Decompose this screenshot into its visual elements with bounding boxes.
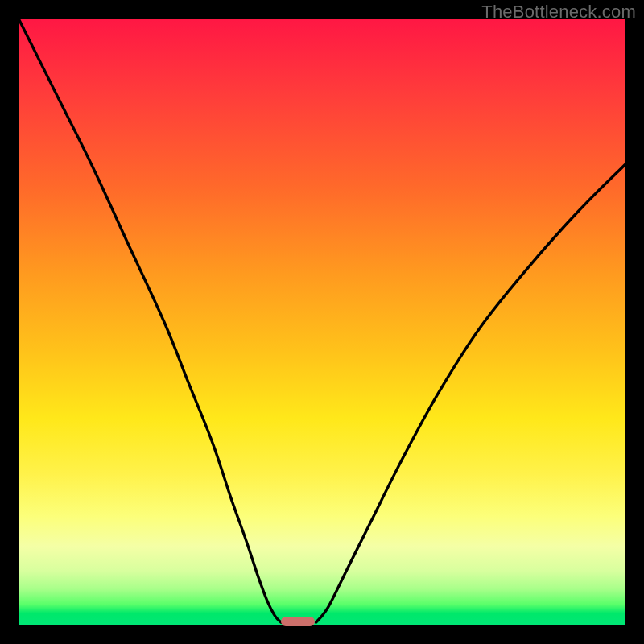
bottleneck-marker (281, 617, 315, 626)
plot-area (19, 19, 625, 625)
curves-svg (19, 19, 625, 625)
chart-frame: TheBottleneck.com (0, 0, 644, 644)
left-curve (19, 19, 281, 622)
right-curve (316, 164, 625, 622)
